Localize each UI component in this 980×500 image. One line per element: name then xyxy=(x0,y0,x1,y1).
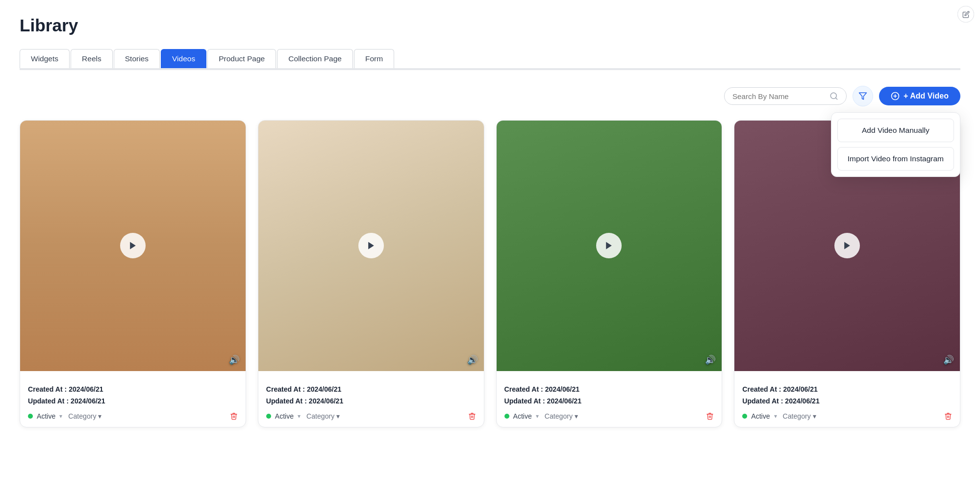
category-chevron-2: ▾ xyxy=(336,412,340,420)
card-footer-2: Active ▾ Category ▾ xyxy=(266,412,476,420)
updated-at-3: Updated At : 2024/06/21 xyxy=(504,396,714,407)
filter-button[interactable] xyxy=(853,86,873,106)
delete-button-1[interactable] xyxy=(230,412,238,420)
category-label-1: Category xyxy=(68,412,96,420)
tabs-bar: Widgets Reels Stories Videos Product Pag… xyxy=(20,49,960,69)
tab-product-page[interactable]: Product Page xyxy=(207,49,276,68)
volume-icon-3: 🔊 xyxy=(705,355,716,365)
status-chevron-2[interactable]: ▾ xyxy=(298,413,301,420)
tab-divider xyxy=(20,69,960,70)
card-footer-3: Active ▾ Category ▾ xyxy=(504,412,714,420)
card-body-1: Created At : 2024/06/21 Updated At : 202… xyxy=(20,371,246,427)
updated-at-4: Updated At : 2024/06/21 xyxy=(742,396,952,407)
card-body-4: Created At : 2024/06/21 Updated At : 202… xyxy=(734,371,960,427)
tab-reels[interactable]: Reels xyxy=(71,49,113,68)
trash-icon xyxy=(230,412,238,420)
card-body-2: Created At : 2024/06/21 Updated At : 202… xyxy=(258,371,484,427)
tab-collection-page[interactable]: Collection Page xyxy=(277,49,353,68)
play-button-1[interactable] xyxy=(120,233,146,258)
video-thumbnail-2: 🔊 xyxy=(258,121,484,371)
svg-marker-2 xyxy=(859,93,866,100)
tab-stories[interactable]: Stories xyxy=(114,49,160,68)
updated-at-1: Updated At : 2024/06/21 xyxy=(28,396,238,407)
category-select-1[interactable]: Category ▾ xyxy=(68,412,101,420)
tab-widgets[interactable]: Widgets xyxy=(20,49,70,68)
add-video-dropdown: Add Video Manually Import Video from Ins… xyxy=(831,112,960,177)
trash-icon xyxy=(944,412,952,420)
category-select-3[interactable]: Category ▾ xyxy=(545,412,578,420)
created-at-4: Created At : 2024/06/21 xyxy=(742,384,952,396)
status-label-4: Active xyxy=(751,412,770,420)
card-meta-3: Created At : 2024/06/21 Updated At : 202… xyxy=(504,384,714,407)
created-at-3: Created At : 2024/06/21 xyxy=(504,384,714,396)
toolbar: + Add Video Add Video Manually Import Vi… xyxy=(20,86,960,106)
status-label-1: Active xyxy=(37,412,55,420)
play-button-3[interactable] xyxy=(596,233,622,258)
video-thumbnail-1: 🔊 xyxy=(20,121,246,371)
plus-circle-icon xyxy=(891,92,900,100)
category-chevron-3: ▾ xyxy=(575,412,578,420)
status-dot-2 xyxy=(266,414,271,419)
svg-line-1 xyxy=(835,98,837,99)
status-dot-1 xyxy=(28,414,33,419)
updated-at-2: Updated At : 2024/06/21 xyxy=(266,396,476,407)
card-meta-2: Created At : 2024/06/21 Updated At : 202… xyxy=(266,384,476,407)
card-meta-1: Created At : 2024/06/21 Updated At : 202… xyxy=(28,384,238,407)
video-card: 🔊 Created At : 2024/06/21 Updated At : 2… xyxy=(20,120,246,427)
svg-marker-6 xyxy=(130,242,136,250)
category-select-2[interactable]: Category ▾ xyxy=(306,412,340,420)
delete-button-2[interactable] xyxy=(468,412,476,420)
play-icon xyxy=(604,241,614,250)
category-chevron-4: ▾ xyxy=(813,412,816,420)
add-video-label: + Add Video xyxy=(904,92,949,100)
tab-form[interactable]: Form xyxy=(354,49,394,68)
add-video-manually-option[interactable]: Add Video Manually xyxy=(837,119,954,142)
search-box xyxy=(724,87,847,105)
status-dot-3 xyxy=(504,414,509,419)
category-select-4[interactable]: Category ▾ xyxy=(783,412,816,420)
play-icon xyxy=(128,241,138,250)
status-dot-4 xyxy=(742,414,747,419)
svg-marker-9 xyxy=(844,242,850,250)
trash-icon xyxy=(468,412,476,420)
video-thumbnail-3: 🔊 xyxy=(497,121,722,371)
import-video-instagram-option[interactable]: Import Video from Instagram xyxy=(837,147,954,171)
status-chevron-1[interactable]: ▾ xyxy=(59,413,62,420)
card-footer-4: Active ▾ Category ▾ xyxy=(742,412,952,420)
trash-icon xyxy=(706,412,714,420)
card-footer-1: Active ▾ Category ▾ xyxy=(28,412,238,420)
category-label-2: Category xyxy=(306,412,334,420)
play-button-4[interactable] xyxy=(834,233,860,258)
videos-grid: 🔊 Created At : 2024/06/21 Updated At : 2… xyxy=(20,120,960,427)
search-input[interactable] xyxy=(732,92,826,100)
delete-button-4[interactable] xyxy=(944,412,952,420)
svg-marker-7 xyxy=(368,242,374,250)
play-icon xyxy=(366,241,376,250)
delete-button-3[interactable] xyxy=(706,412,714,420)
category-label-3: Category xyxy=(545,412,573,420)
video-card: 🔊 Created At : 2024/06/21 Updated At : 2… xyxy=(258,120,484,427)
add-video-button[interactable]: + Add Video xyxy=(879,87,960,105)
card-meta-4: Created At : 2024/06/21 Updated At : 202… xyxy=(742,384,952,407)
status-chevron-3[interactable]: ▾ xyxy=(536,413,539,420)
page-title: Library xyxy=(20,16,960,35)
category-label-4: Category xyxy=(783,412,811,420)
volume-icon-4: 🔊 xyxy=(943,355,954,365)
status-chevron-4[interactable]: ▾ xyxy=(774,413,777,420)
search-icon xyxy=(829,92,838,100)
created-at-2: Created At : 2024/06/21 xyxy=(266,384,476,396)
search-icon-button[interactable] xyxy=(829,92,838,100)
volume-icon-2: 🔊 xyxy=(467,355,478,365)
filter-icon xyxy=(858,92,867,100)
created-at-1: Created At : 2024/06/21 xyxy=(28,384,238,396)
tab-videos[interactable]: Videos xyxy=(161,49,206,68)
volume-icon-1: 🔊 xyxy=(229,355,240,365)
video-card: 🔊 Created At : 2024/06/21 Updated At : 2… xyxy=(496,120,723,427)
svg-marker-8 xyxy=(606,242,612,250)
category-chevron-1: ▾ xyxy=(98,412,101,420)
play-button-2[interactable] xyxy=(358,233,384,258)
play-icon xyxy=(842,241,852,250)
card-body-3: Created At : 2024/06/21 Updated At : 202… xyxy=(497,371,722,427)
status-label-3: Active xyxy=(513,412,532,420)
status-label-2: Active xyxy=(275,412,294,420)
